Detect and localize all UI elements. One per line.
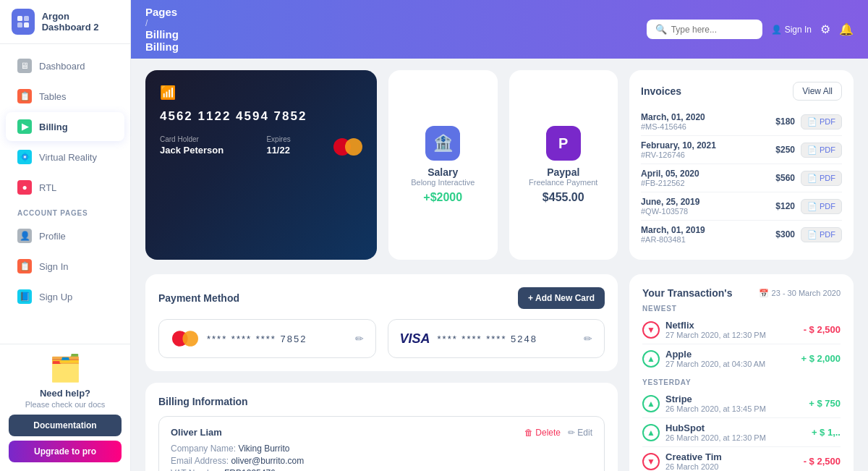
tables-icon: 📋: [17, 89, 32, 103]
tx-amount: + $ 750: [809, 398, 841, 409]
sidebar: Argon Dashboard 2 🖥 Dashboard 📋 Tables ▶…: [0, 0, 131, 471]
sidebar-item-label: Sign In: [39, 261, 68, 272]
pdf-icon: 📄: [807, 230, 817, 239]
pdf-icon: 📄: [807, 117, 817, 127]
down-arrow-icon: ▼: [642, 321, 660, 339]
card-footer: Card Holder Jack Peterson Expires 11/22: [160, 135, 362, 156]
invoice-right: $180 📄PDF: [775, 114, 842, 130]
invoice-row: March, 01, 2019 #AR-803481 $300 📄PDF: [641, 221, 842, 248]
invoice-id: #FB-212562: [641, 179, 699, 187]
sidebar-item-label: Sign Up: [39, 292, 72, 302]
tx-time: 26 March 2020: [665, 462, 722, 471]
visa-item: VISA **** **** **** 5248 ✏: [388, 319, 605, 358]
pdf-button[interactable]: 📄PDF: [801, 199, 842, 214]
up-arrow-icon: ▲: [642, 350, 660, 368]
sidebar-item-label: Virtual Reality: [39, 152, 97, 163]
sidebar-item-dashboard[interactable]: 🖥 Dashboard: [6, 51, 124, 80]
edit-button[interactable]: ✏ Edit: [568, 428, 592, 438]
calendar-icon: 📅: [759, 289, 769, 298]
billing-company: Company Name: Viking Burrito: [171, 444, 592, 454]
sidebar-bottom: 🗂️ Need help? Please check our docs Docu…: [0, 344, 130, 471]
invoice-date: March, 01, 2020: [641, 112, 705, 122]
invoice-date: April, 05, 2020: [641, 169, 699, 179]
paypal-value: $455.00: [542, 191, 584, 204]
pdf-button[interactable]: 📄PDF: [801, 114, 842, 130]
logo-icon: [12, 9, 35, 35]
breadcrumb-path: Pages / Billing Billing: [145, 6, 179, 53]
sidebar-item-vr[interactable]: 💠 Virtual Reality: [6, 143, 124, 171]
topbar-right: 🔍 👤 Sign In ⚙ 🔔: [647, 20, 854, 39]
sidebar-item-profile[interactable]: 👤 Profile: [6, 221, 124, 250]
billing-icon: ▶: [17, 119, 32, 134]
notifications-icon[interactable]: 🔔: [839, 22, 854, 36]
sidebar-item-rtl[interactable]: ● RTL: [6, 173, 124, 202]
tx-name: Apple: [665, 349, 765, 360]
sidebar-item-signup[interactable]: 📘 Sign Up: [6, 282, 124, 311]
tx-left: ▲ HubSpot 26 March 2020, at 12:30 PM: [642, 423, 766, 442]
billing-info-title: Billing Information: [158, 396, 605, 407]
tx-time: 27 March 2020, at 12:30 PM: [665, 331, 766, 339]
svg-rect-2: [17, 22, 22, 27]
vr-icon: 💠: [17, 150, 32, 164]
signin-link[interactable]: 👤 Sign In: [771, 25, 812, 35]
billing-main: Payment Method + Add New Card: [145, 274, 618, 471]
paypal-card: P Paypal Freelance Payment $455.00: [509, 70, 618, 260]
user-icon: 👤: [771, 25, 782, 35]
invoice-info: June, 25, 2019 #QW-103578: [641, 197, 699, 216]
view-all-button[interactable]: View All: [793, 82, 842, 101]
tx-name: Creative Tim: [665, 451, 722, 462]
invoice-row: February, 10, 2021 #RV-126746 $250 📄PDF: [641, 136, 842, 164]
salary-value: +$2000: [423, 191, 462, 204]
settings-icon[interactable]: ⚙: [820, 22, 830, 36]
help-title: Need help?: [9, 388, 122, 399]
search-input[interactable]: [671, 25, 765, 35]
tx-newest-label: NEWEST: [642, 305, 841, 313]
card-number: 4562 1122 4594 7852: [160, 109, 362, 124]
invoice-right: $300 📄PDF: [775, 227, 842, 242]
tx-name: Stripe: [665, 394, 766, 404]
visa-number: **** **** **** 5248: [438, 334, 537, 344]
content: 📶 4562 1122 4594 7852 Card Holder Jack P…: [131, 59, 868, 471]
tx-left: ▲ Apple 27 March 2020, at 04:30 AM: [642, 349, 765, 368]
add-new-card-button[interactable]: + Add New Card: [518, 287, 605, 309]
tx-time: 26 March 2020, at 13:45 PM: [665, 404, 766, 413]
tx-info: Netflix 27 March 2020, at 12:30 PM: [665, 320, 766, 339]
invoice-row: June, 25, 2019 #QW-103578 $120 📄PDF: [641, 192, 842, 221]
invoice-date: March, 01, 2019: [641, 225, 705, 235]
tx-info: HubSpot 26 March 2020, at 12:30 PM: [665, 423, 766, 442]
tx-info: Apple 27 March 2020, at 04:30 AM: [665, 349, 765, 368]
visa-edit-icon[interactable]: ✏: [584, 333, 592, 344]
pm-left: VISA **** **** **** 5248: [400, 331, 538, 347]
tx-yesterday-list: ▲ Stripe 26 March 2020, at 13:45 PM + $ …: [642, 389, 841, 471]
sidebar-item-label: Dashboard: [39, 61, 85, 72]
tx-time: 27 March 2020, at 04:30 AM: [665, 360, 765, 368]
pdf-button[interactable]: 📄PDF: [801, 227, 842, 242]
sidebar-item-label: RTL: [39, 182, 56, 193]
dashboard-icon: 🖥: [17, 59, 32, 73]
invoice-amount: $560: [775, 173, 795, 183]
documentation-button[interactable]: Documentation: [9, 415, 122, 436]
invoice-row: April, 05, 2020 #FB-212562 $560 📄PDF: [641, 164, 842, 192]
pdf-button[interactable]: 📄PDF: [801, 171, 842, 186]
card-expires: Expires 11/22: [266, 135, 290, 156]
invoice-right: $250 📄PDF: [775, 143, 842, 158]
invoice-id: #AR-803481: [641, 235, 705, 244]
invoice-info: March, 01, 2019 #AR-803481: [641, 225, 705, 244]
pdf-button[interactable]: 📄PDF: [801, 143, 842, 158]
main-area: Pages / Billing Billing 🔍 👤 Sign In ⚙ 🔔: [131, 0, 868, 471]
tx-yesterday-label: YESTERDAY: [642, 378, 841, 386]
signup-icon: 📘: [17, 289, 32, 304]
tx-newest-list: ▼ Netflix 27 March 2020, at 12:30 PM - $…: [642, 315, 841, 373]
tx-left: ▼ Netflix 27 March 2020, at 12:30 PM: [642, 320, 766, 339]
salary-icon: 🏦: [425, 126, 460, 161]
delete-button[interactable]: 🗑 Delete: [524, 428, 561, 438]
sidebar-item-billing[interactable]: ▶ Billing: [6, 112, 124, 141]
sidebar-item-signin[interactable]: 📋 Sign In: [6, 252, 124, 281]
mastercard-edit-icon[interactable]: ✏: [355, 333, 364, 344]
upgrade-button[interactable]: Upgrade to pro: [9, 441, 122, 462]
sidebar-item-label: Tables: [39, 91, 67, 102]
sidebar-logo: Argon Dashboard 2: [0, 0, 130, 44]
tx-date-badge: 📅 23 - 30 March 2020: [759, 289, 841, 298]
pdf-icon: 📄: [807, 202, 817, 211]
sidebar-item-tables[interactable]: 📋 Tables: [6, 82, 124, 111]
